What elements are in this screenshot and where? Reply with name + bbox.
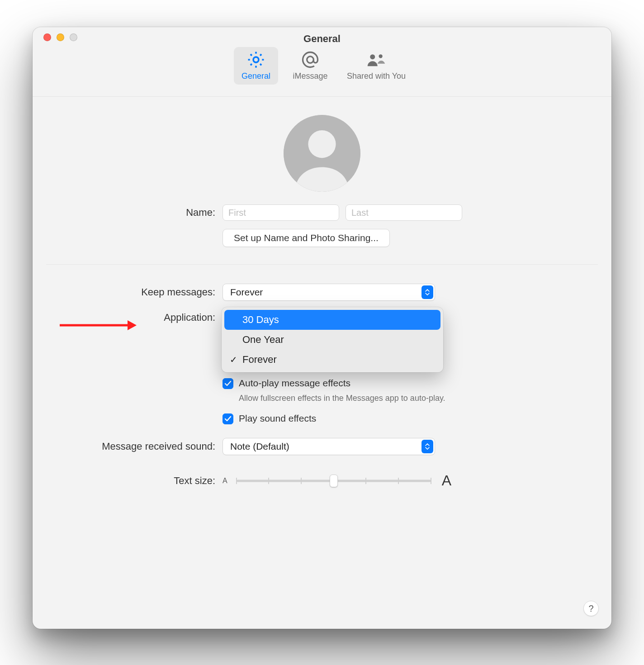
keep-messages-label: Keep messages: (42, 286, 223, 298)
preferences-toolbar: General iMessage (33, 47, 611, 97)
first-name-input[interactable] (223, 204, 339, 221)
play-sound-effects-label: Play sound effects (239, 413, 316, 424)
help-button[interactable]: ? (583, 601, 599, 616)
slider-thumb[interactable] (330, 475, 338, 487)
play-sound-effects-checkbox[interactable] (223, 413, 233, 424)
checkmark-icon: ✓ (230, 354, 237, 365)
tab-general-label: General (242, 71, 270, 81)
svg-point-5 (308, 130, 336, 158)
application-label: Application: (42, 311, 223, 323)
received-sound-value: Note (Default) (230, 441, 289, 452)
minimize-window-button[interactable] (57, 33, 64, 41)
setup-name-photo-button[interactable]: Set up Name and Photo Sharing... (223, 229, 390, 247)
profile-avatar[interactable] (284, 115, 360, 192)
name-label: Name: (42, 207, 223, 218)
keep-messages-dropdown: 30 Days One Year ✓ Forever (222, 307, 443, 372)
last-name-input[interactable] (346, 204, 462, 221)
svg-point-2 (370, 54, 375, 59)
tab-general[interactable]: General (234, 47, 278, 85)
svg-point-3 (379, 54, 382, 58)
tab-shared-label: Shared with You (347, 71, 406, 81)
autoplay-effects-checkbox[interactable] (223, 378, 233, 389)
autoplay-effects-helper: Allow fullscreen effects in the Messages… (42, 394, 602, 403)
text-size-max-icon: A (442, 472, 451, 489)
tab-shared-with-you[interactable]: Shared with You (342, 47, 410, 85)
popup-stepper-icon (421, 440, 433, 453)
zoom-window-button[interactable] (70, 33, 77, 41)
text-size-min-icon: A (223, 477, 227, 485)
autoplay-effects-label: Auto-play message effects (239, 378, 350, 389)
text-size-label: Text size: (42, 475, 223, 487)
received-sound-label: Message received sound: (42, 441, 223, 452)
svg-point-0 (253, 57, 259, 62)
dropdown-option-one-year[interactable]: One Year (224, 330, 440, 350)
text-size-slider[interactable] (237, 475, 431, 487)
svg-point-1 (307, 57, 314, 63)
people-icon (366, 50, 386, 70)
section-divider (46, 264, 598, 265)
dropdown-option-30-days[interactable]: 30 Days (224, 310, 440, 330)
dropdown-option-forever[interactable]: ✓ Forever (224, 350, 440, 370)
at-sign-icon (300, 50, 320, 70)
tab-imessage[interactable]: iMessage (288, 47, 332, 85)
gear-icon (246, 50, 266, 70)
content-area: Name: Set up Name and Photo Sharing... K… (33, 97, 611, 489)
window-title: General (303, 33, 341, 45)
popup-stepper-icon (421, 285, 433, 299)
traffic-lights (43, 27, 77, 47)
keep-messages-value: Forever (230, 287, 263, 298)
preferences-window: General General (33, 27, 611, 629)
window-titlebar: General (33, 27, 611, 47)
tab-imessage-label: iMessage (293, 71, 327, 81)
received-sound-popup[interactable]: Note (Default) (223, 438, 435, 455)
close-window-button[interactable] (43, 33, 51, 41)
keep-messages-popup[interactable]: Forever (223, 284, 435, 301)
